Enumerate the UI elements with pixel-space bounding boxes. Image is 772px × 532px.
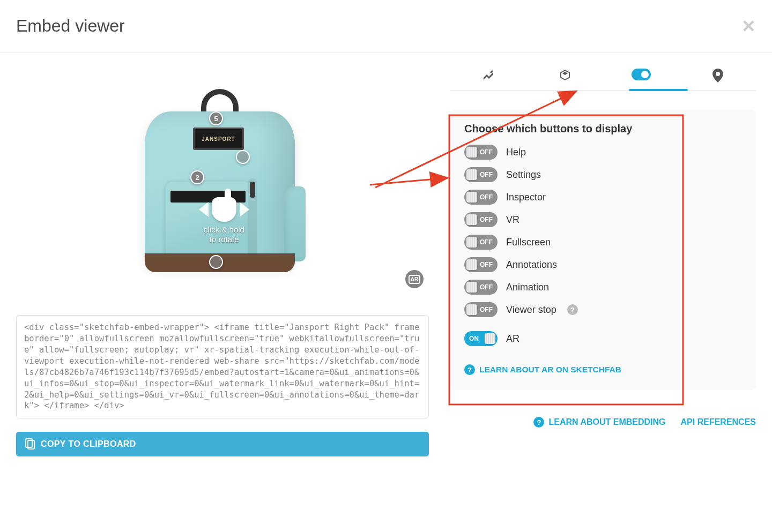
toggle-row-annotations: OFF Annotations — [464, 257, 742, 272]
annotation-hotspot-2[interactable]: 2 — [190, 170, 204, 184]
toggle-row-vr: OFF VR — [464, 212, 742, 227]
tab-appearance[interactable] — [476, 69, 501, 83]
viewer-preview[interactable]: JANSPORT 5 2 click & hold to rotat — [16, 69, 424, 294]
tab-controls[interactable] — [628, 69, 654, 83]
design-icon — [482, 69, 495, 81]
toggle-label: Settings — [506, 169, 541, 181]
tab-model[interactable] — [552, 69, 578, 83]
ar-badge[interactable]: AR — [405, 270, 424, 288]
toggle-label: Viewer stop — [506, 304, 556, 316]
toggle-row-animation: OFF Animation — [464, 280, 742, 295]
help-icon: ? — [533, 417, 544, 428]
modal-header: Embed viewer ✕ — [0, 0, 772, 53]
toggle-annotations[interactable]: OFF — [464, 257, 498, 272]
toggle-fullscreen[interactable]: OFF — [464, 235, 498, 250]
modal-body: JANSPORT 5 2 click & hold to rotat — [0, 53, 772, 473]
toggle-row-settings: OFF Settings — [464, 167, 742, 182]
toggle-label: Fullscreen — [506, 237, 551, 248]
toggle-label: AR — [506, 333, 519, 344]
api-references-link[interactable]: API REFERENCES — [681, 417, 756, 428]
svg-point-3 — [641, 71, 649, 78]
toggle-inspector[interactable]: OFF — [464, 190, 498, 205]
active-tab-indicator — [629, 89, 688, 91]
help-icon[interactable]: ? — [567, 304, 578, 315]
toggle-label: VR — [506, 214, 519, 226]
embed-code-textarea[interactable]: <div class="sketchfab-embed-wrapper"> <i… — [16, 315, 429, 418]
annotation-hotspot-5[interactable]: 5 — [209, 111, 223, 125]
toggle-row-viewer-stop: OFF Viewer stop ? — [464, 302, 742, 317]
toggle-on-icon — [632, 69, 651, 80]
clipboard-icon — [25, 438, 35, 450]
toggle-row-help: OFF Help — [464, 145, 742, 160]
toggle-label: Inspector — [506, 192, 546, 203]
footer-links: ? LEARN ABOUT EMBEDDING API REFERENCES — [450, 417, 756, 428]
toggle-row-inspector: OFF Inspector — [464, 190, 742, 205]
toggle-vr[interactable]: OFF — [464, 212, 498, 227]
annotation-hotspot[interactable] — [236, 150, 250, 164]
help-icon: ? — [464, 364, 475, 375]
modal-title: Embed viewer — [16, 16, 125, 36]
cube-icon — [559, 69, 571, 81]
right-column: Choose which buttons to display OFF Help… — [450, 69, 756, 456]
annotation-hotspot[interactable] — [209, 255, 223, 269]
toggle-ar[interactable]: ON — [464, 331, 498, 346]
learn-embedding-link[interactable]: ? LEARN ABOUT EMBEDDING — [533, 417, 665, 428]
pin-icon — [712, 69, 723, 83]
panel-heading: Choose which buttons to display — [464, 123, 742, 135]
toggle-settings[interactable]: OFF — [464, 167, 498, 182]
learn-about-ar-link[interactable]: ? LEARN ABOUT AR ON SKETCHFAB — [464, 364, 621, 375]
toggle-row-ar: ON AR — [464, 331, 742, 346]
tab-annotations[interactable] — [705, 69, 731, 83]
toggle-label: Animation — [506, 282, 549, 293]
toggle-help[interactable]: OFF — [464, 145, 498, 160]
toggle-label: Annotations — [506, 259, 557, 271]
close-icon[interactable]: ✕ — [741, 18, 756, 35]
backpack-model: JANSPORT 5 2 click & hold to rotat — [139, 85, 300, 278]
toggle-animation[interactable]: OFF — [464, 280, 498, 295]
buttons-visibility-panel: Choose which buttons to display OFF Help… — [450, 110, 756, 390]
embed-settings-tabs — [450, 69, 756, 91]
brand-label: JANSPORT — [193, 128, 244, 150]
toggle-viewer-stop[interactable]: OFF — [464, 302, 498, 317]
toggle-row-fullscreen: OFF Fullscreen — [464, 235, 742, 250]
left-column: JANSPORT 5 2 click & hold to rotat — [16, 69, 429, 456]
copy-to-clipboard-button[interactable]: COPY TO CLIPBOARD — [16, 432, 429, 456]
toggle-label: Help — [506, 147, 526, 158]
